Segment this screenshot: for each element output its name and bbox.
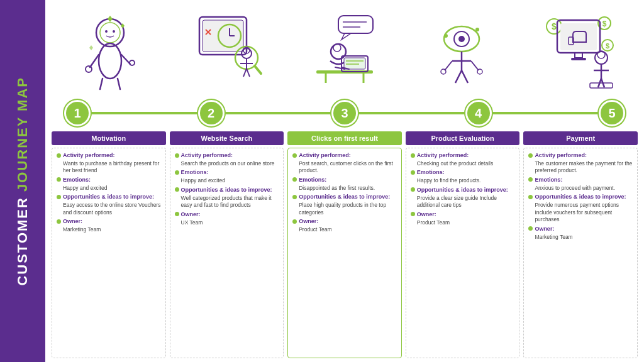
timeline-node-2: 2 [198, 100, 225, 126]
stage-header-2: Website Search [170, 131, 284, 145]
illustration-1 [52, 5, 169, 97]
card-5-emotions-text: Anxious to proceed with payment. [535, 185, 633, 192]
illustration-5: $ $ $ [521, 5, 638, 97]
cards-row: Activity performed: Wants to purchase a … [45, 145, 644, 362]
card-3-activity-label: Activity performed: [292, 152, 397, 158]
card-2-opp-text: Well categorized products that make it e… [181, 195, 279, 209]
svg-rect-74 [590, 83, 613, 88]
card-1-owner-label: Owner: [57, 218, 161, 224]
dot-icon [528, 195, 533, 199]
stage-header-1: Motivation [52, 131, 166, 145]
card-2-owner-text: UX Team [181, 219, 279, 226]
node-5-circle: 5 [599, 100, 625, 126]
dot-icon [175, 170, 179, 175]
svg-text:$: $ [552, 21, 557, 31]
card-5-activity-label: Activity performed: [528, 152, 633, 158]
card-3-opp-label: Opportunities & ideas to improve: [292, 194, 397, 200]
svg-line-7 [100, 79, 103, 89]
sidebar-title: CUSTOMER JOURNEY MAP [15, 77, 30, 286]
svg-line-5 [121, 55, 130, 64]
node-3-circle: 3 [331, 100, 358, 126]
dot-icon [411, 187, 415, 192]
dot-icon [57, 153, 61, 158]
illustrations-row: $ $ $ [45, 0, 644, 97]
sidebar-highlight: JOURNEY MAP [14, 77, 30, 192]
svg-text:$: $ [606, 42, 609, 50]
card-2-owner-label: Owner: [175, 211, 279, 217]
svg-line-3 [90, 55, 99, 67]
card-4-opp-label: Opportunities & ideas to improve: [411, 187, 515, 193]
card-2-emotions-label: Emotions: [175, 169, 279, 175]
timeline-node-5: 5 [599, 100, 625, 126]
card-1-opp-label: Opportunities & ideas to improve: [57, 194, 161, 200]
card-5-activity-text: The customer makes the payment for the p… [535, 160, 633, 175]
dot-icon [411, 170, 415, 175]
dot-icon [292, 153, 297, 158]
dot-icon [57, 177, 61, 182]
illustration-4 [403, 5, 520, 97]
svg-rect-67 [571, 58, 586, 60]
card-4-opp-text: Provide a clear size guide Include addit… [417, 195, 515, 209]
card-2-activity-text: Search the products on our online store [181, 160, 279, 167]
dot-icon [292, 219, 297, 224]
card-1: Activity performed: Wants to purchase a … [52, 148, 166, 358]
timeline-nodes: 1 2 3 4 5 [64, 100, 625, 126]
svg-point-1 [100, 23, 120, 43]
dot-icon [175, 187, 179, 192]
svg-point-13 [113, 30, 115, 33]
sidebar-line1: CUSTOMER [14, 192, 30, 286]
card-2-opp-label: Opportunities & ideas to improve: [175, 187, 279, 193]
svg-point-54 [477, 69, 482, 74]
dot-icon [57, 195, 61, 199]
svg-marker-9 [108, 16, 113, 22]
timeline-node-3: 3 [331, 100, 358, 126]
card-3-emotions-text: Disappointed as the first results. [299, 185, 397, 192]
card-3-emotions-label: Emotions: [292, 177, 397, 183]
svg-line-51 [445, 61, 452, 70]
node-1-circle: 1 [64, 100, 91, 126]
svg-rect-29 [338, 16, 373, 33]
card-4-owner-text: Product Team [417, 219, 515, 226]
stage-header-5: Payment [523, 131, 638, 145]
timeline-node-1: 1 [64, 100, 91, 126]
card-2: Activity performed: Search the products … [170, 148, 284, 358]
stage-header-3: Clicks on first result [287, 131, 402, 145]
card-1-emotions-text: Happy and excited [63, 185, 161, 192]
svg-point-46 [458, 36, 465, 42]
node-4-circle: 4 [465, 100, 492, 126]
svg-line-49 [455, 70, 462, 83]
card-2-activity-label: Activity performed: [175, 152, 279, 158]
card-1-owner-text: Marketing Team [63, 226, 161, 233]
dot-icon [175, 212, 179, 216]
card-4-owner-label: Owner: [411, 211, 515, 217]
card-5-opp-text: Provide numerous payment options Include… [535, 202, 633, 223]
card-5-owner-text: Marketing Team [535, 234, 633, 241]
dot-icon [411, 153, 415, 158]
svg-line-53 [471, 61, 479, 70]
svg-point-56 [475, 28, 479, 31]
main-content: $ $ $ [45, 0, 644, 362]
card-3-opp-text: Place high quality products in the top c… [299, 202, 397, 216]
svg-point-55 [444, 34, 448, 38]
card-5: Activity performed: The customer makes t… [523, 148, 638, 358]
card-1-emotions-label: Emotions: [57, 177, 161, 183]
dot-icon [528, 177, 533, 182]
card-4-activity-label: Activity performed: [411, 152, 515, 158]
card-4: Activity performed: Checking out the pro… [406, 148, 520, 358]
svg-rect-38 [344, 58, 365, 69]
svg-point-2 [99, 43, 121, 79]
card-5-opp-label: Opportunities & ideas to improve: [528, 194, 633, 200]
svg-text:$: $ [602, 19, 606, 28]
card-3-activity-text: Post search, customer clicks on the firs… [299, 160, 397, 175]
timeline-node-4: 4 [465, 100, 492, 126]
stage-headers-row: Motivation Website Search Clicks on firs… [45, 129, 644, 145]
dot-icon [528, 226, 533, 231]
dot-icon [57, 219, 61, 224]
svg-point-12 [105, 30, 108, 33]
dot-icon [292, 177, 297, 182]
svg-point-68 [595, 52, 608, 64]
sidebar: CUSTOMER JOURNEY MAP [0, 0, 45, 362]
svg-rect-64 [560, 23, 597, 50]
dot-icon [528, 153, 533, 158]
card-4-emotions-text: Happy to find the products. [417, 177, 515, 184]
